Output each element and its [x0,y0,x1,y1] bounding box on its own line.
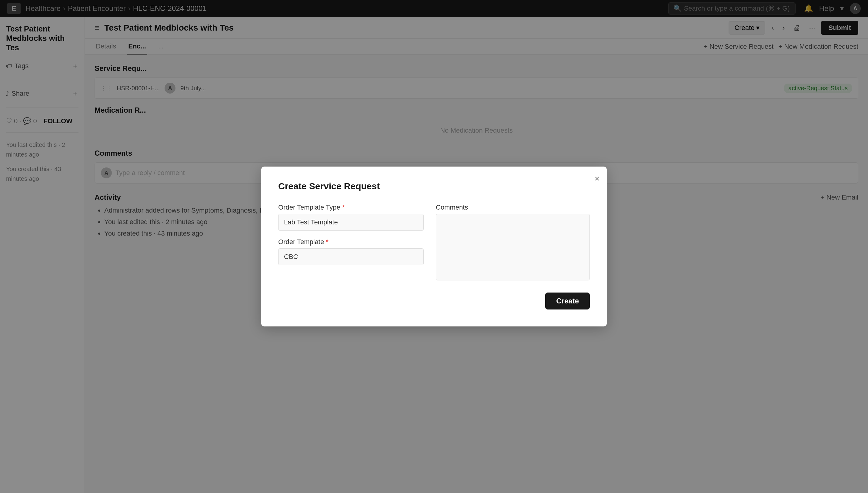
comments-label: Comments [436,203,590,211]
modal-body: Order Template Type * Order Template * [278,203,590,280]
modal-create-button[interactable]: Create [545,293,590,309]
modal-footer: Create [278,293,590,309]
modal-form-left: Order Template Type * Order Template * [278,203,424,280]
order-template-type-input[interactable] [278,214,424,231]
order-template-type-label: Order Template Type * [278,203,424,211]
order-template-group: Order Template * [278,238,424,265]
order-template-type-group: Order Template Type * [278,203,424,231]
create-service-request-modal: × Create Service Request Order Template … [261,167,607,326]
modal-title: Create Service Request [278,181,590,191]
order-template-label: Order Template * [278,238,424,246]
required-marker: * [342,203,345,211]
comments-textarea[interactable] [436,214,590,280]
modal-close-button[interactable]: × [595,174,599,184]
comments-group: Comments [436,203,590,280]
required-marker-2: * [326,238,329,245]
order-template-input[interactable] [278,248,424,265]
modal-overlay: × Create Service Request Order Template … [0,0,868,493]
modal-form-right: Comments [436,203,590,280]
